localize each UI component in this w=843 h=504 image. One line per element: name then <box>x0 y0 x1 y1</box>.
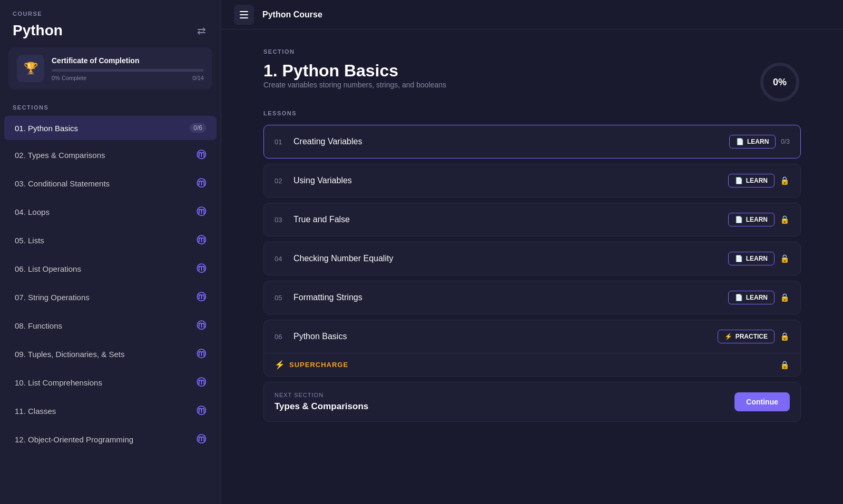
lesson-title-4: Checking Number Equality <box>293 254 721 263</box>
next-section-info: NEXT SECTION Types & Comparisons <box>275 392 368 412</box>
sidebar-item-tuples[interactable]: 09. Tuples, Dictionaries, & Sets ⓜ <box>4 340 217 368</box>
lesson-card-3: 03 True and False 📄 LEARN 🔒 <box>263 203 801 236</box>
main-header: Python Course <box>221 0 843 29</box>
lesson-title-3: True and False <box>293 215 721 224</box>
lock-icon-5: 🔒 <box>780 293 790 302</box>
sidebar-item-loops[interactable]: 04. Loops ⓜ <box>4 198 217 225</box>
certificate-card: 🏆 Certificate of Completion 0% Complete … <box>8 47 212 90</box>
svg-rect-0 <box>240 11 248 12</box>
lesson-actions-3: 📄 LEARN 🔒 <box>728 213 790 226</box>
lesson-row-2: 02 Using Variables 📄 LEARN 🔒 <box>264 164 800 197</box>
progress-circle-label: 0% <box>759 61 801 103</box>
sidebar-item-classes[interactable]: 11. Classes ⓜ <box>4 397 217 424</box>
sidebar-item-oop[interactable]: 12. Object-Oriented Programming ⓜ <box>4 426 217 453</box>
book-icon-2: 📄 <box>735 177 743 184</box>
learn-button-2[interactable]: 📄 LEARN <box>728 174 775 187</box>
lesson-num-4: 04 <box>275 255 286 263</box>
section-header-left: 1. Python Basics Create variables storin… <box>263 61 446 105</box>
section-description: Create variables storing numbers, string… <box>263 81 446 89</box>
menu-icon <box>240 11 248 18</box>
next-section-card: NEXT SECTION Types & Comparisons Continu… <box>263 382 801 422</box>
supercharge-row[interactable]: ⚡ SUPERCHARGE 🔒 <box>264 353 800 376</box>
section-lock-icon-10: ⓜ <box>197 376 206 389</box>
sidebar: COURSE Python ⇄ 🏆 Certificate of Complet… <box>0 0 221 504</box>
main-content: SECTION 1. Python Basics Create variable… <box>221 29 843 504</box>
next-section-title: Types & Comparisons <box>275 401 368 412</box>
section-item-label-1: 01. Python Basics <box>15 124 78 133</box>
lesson-actions-2: 📄 LEARN 🔒 <box>728 174 790 187</box>
lesson-progress-1: 0/3 <box>781 138 790 145</box>
learn-button-4[interactable]: 📄 LEARN <box>728 252 775 265</box>
practice-label-6: PRACTICE <box>736 333 768 340</box>
book-icon-4: 📄 <box>735 255 743 262</box>
lock-icon-4: 🔒 <box>780 254 790 263</box>
certificate-progress-label: 0% Complete <box>52 75 86 81</box>
continue-button[interactable]: Continue <box>734 392 790 411</box>
learn-button-3[interactable]: 📄 LEARN <box>728 213 775 226</box>
header-title: Python Course <box>262 10 322 19</box>
lesson-row-1: 01 Creating Variables 📄 LEARN 0/3 <box>264 125 800 158</box>
toggle-sidebar-button[interactable]: ⇄ <box>195 22 208 39</box>
certificate-progress-text: 0% Complete 0/14 <box>52 75 204 81</box>
lock-icon-3: 🔒 <box>780 215 790 224</box>
lesson-title-5: Formatting Strings <box>293 293 721 302</box>
section-tag: SECTION <box>263 48 801 55</box>
book-icon-1: 📄 <box>736 138 744 145</box>
sections-label: SECTIONS <box>0 100 221 116</box>
sidebar-item-string-operations[interactable]: 07. String Operations ⓜ <box>4 283 217 311</box>
section-lock-icon-9: ⓜ <box>197 348 206 360</box>
certificate-info: Certificate of Completion 0% Complete 0/… <box>52 56 204 81</box>
book-icon-5: 📄 <box>735 294 743 301</box>
practice-button-6[interactable]: ⚡ PRACTICE <box>718 330 775 343</box>
learn-label-1: LEARN <box>747 138 769 145</box>
header-toggle-button[interactable] <box>234 5 254 25</box>
lesson-actions-6: ⚡ PRACTICE 🔒 <box>718 330 790 343</box>
section-lock-icon-6: ⓜ <box>197 262 206 275</box>
sidebar-item-types-comparisons[interactable]: 02. Types & Comparisons ⓜ <box>4 141 217 169</box>
section-lock-icon-7: ⓜ <box>197 291 206 303</box>
sidebar-course-title: Python <box>13 22 63 39</box>
lesson-card-5: 05 Formatting Strings 📄 LEARN 🔒 <box>263 281 801 314</box>
section-lock-icon-3: ⓜ <box>197 177 206 190</box>
certificate-progress-bar <box>52 69 204 72</box>
section-header-row: 1. Python Basics Create variables storin… <box>263 61 801 105</box>
section-lock-icon-12: ⓜ <box>197 433 206 446</box>
lesson-card-2: 02 Using Variables 📄 LEARN 🔒 <box>263 164 801 197</box>
lesson-row-4: 04 Checking Number Equality 📄 LEARN 🔒 <box>264 242 800 275</box>
learn-label-2: LEARN <box>746 177 768 184</box>
sidebar-item-list-operations[interactable]: 06. List Operations ⓜ <box>4 255 217 282</box>
certificate-title: Certificate of Completion <box>52 56 204 65</box>
lock-icon-6: 🔒 <box>780 332 790 341</box>
lesson-num-1: 01 <box>275 138 286 146</box>
lesson-num-2: 02 <box>275 177 286 185</box>
svg-rect-1 <box>240 14 248 15</box>
section-lock-icon-8: ⓜ <box>197 319 206 332</box>
lesson-title-1: Creating Variables <box>293 137 722 146</box>
section-lock-icon-5: ⓜ <box>197 234 206 246</box>
learn-button-1[interactable]: 📄 LEARN <box>729 135 776 149</box>
learn-label-3: LEARN <box>746 216 768 223</box>
lesson-title-2: Using Variables <box>293 176 721 185</box>
lessons-label: LESSONS <box>263 110 801 116</box>
lesson-num-5: 05 <box>275 294 286 302</box>
section-lock-icon-11: ⓜ <box>197 404 206 417</box>
sidebar-item-list-comprehensions[interactable]: 10. List Comprehensions ⓜ <box>4 369 217 396</box>
lesson-num-3: 03 <box>275 216 286 224</box>
certificate-progress-count: 0/14 <box>193 75 204 81</box>
sidebar-item-python-basics[interactable]: 01. Python Basics 0/6 <box>4 116 217 140</box>
learn-button-5[interactable]: 📄 LEARN <box>728 291 775 304</box>
sidebar-title-row: Python ⇄ <box>0 19 221 47</box>
lesson-row-3: 03 True and False 📄 LEARN 🔒 <box>264 203 800 236</box>
sidebar-item-lists[interactable]: 05. Lists ⓜ <box>4 226 217 254</box>
lightning-icon-6: ⚡ <box>724 333 732 340</box>
sidebar-item-conditional-statements[interactable]: 03. Conditional Statements ⓜ <box>4 170 217 197</box>
lesson-actions-5: 📄 LEARN 🔒 <box>728 291 790 304</box>
svg-rect-2 <box>240 17 248 18</box>
lesson-row-6: 06 Python Basics ⚡ PRACTICE 🔒 <box>264 320 800 353</box>
sidebar-item-functions[interactable]: 08. Functions ⓜ <box>4 312 217 339</box>
lesson-card-4: 04 Checking Number Equality 📄 LEARN 🔒 <box>263 242 801 275</box>
certificate-badge: 🏆 <box>17 55 44 82</box>
lesson-actions-1: 📄 LEARN 0/3 <box>729 135 790 149</box>
course-label: COURSE <box>0 0 221 19</box>
section-main-title: 1. Python Basics <box>263 61 446 81</box>
